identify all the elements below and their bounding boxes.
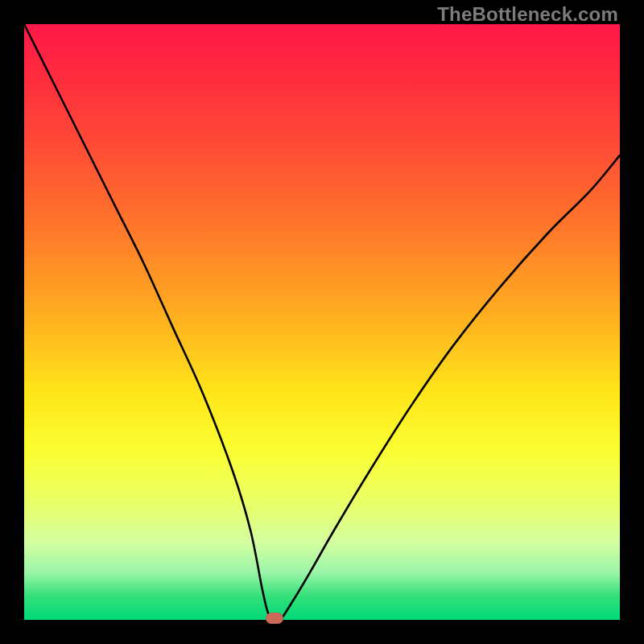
bottleneck-curve bbox=[24, 24, 620, 620]
watermark-text: TheBottleneck.com bbox=[437, 3, 618, 26]
plot-area bbox=[24, 24, 620, 620]
minimum-marker bbox=[266, 613, 283, 624]
chart-frame: TheBottleneck.com bbox=[0, 0, 644, 644]
